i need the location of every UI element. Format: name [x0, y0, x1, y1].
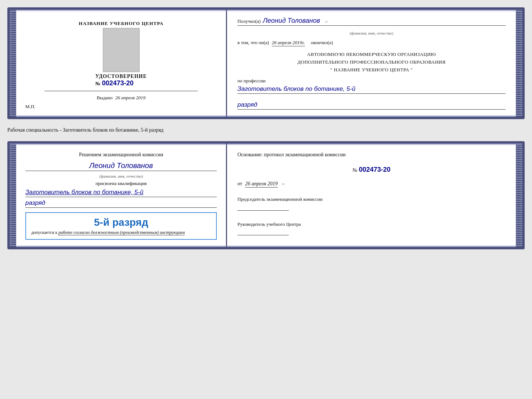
completed-line: в том, что он(а) 26 апреля 2019г. окончи… — [237, 40, 506, 46]
cert-title: УДОСТОВЕРЕНИЕ — [95, 74, 147, 79]
photo-placeholder — [103, 28, 140, 72]
stamp-rank-large: 5-й разряд — [31, 217, 211, 228]
protocol-number: 002473-20 — [359, 166, 391, 174]
left-decoration — [10, 10, 16, 117]
basis-label: Основание: протокол экзаменационной коми… — [237, 151, 506, 158]
top-card-right: Получил(а) Леонид Толованов – (фамилия, … — [227, 10, 516, 117]
cert-number-top: 002473-20 — [102, 79, 134, 87]
mp-label: М.П. — [25, 104, 35, 110]
qualification-label: присвоена квалификация — [25, 181, 217, 186]
bottom-certificate-card: Решением экзаменационной комиссии Леонид… — [7, 141, 525, 249]
decision-text: Решением экзаменационной комиссии — [25, 151, 217, 159]
issued-line: Выдано 26 апреля 2019 — [97, 95, 145, 101]
right-deco-bottom: – – – – и ь а – – – – — [517, 143, 520, 247]
org-line3: " НАЗВАНИЕ УЧЕБНОГО ЦЕНТРА " — [237, 66, 506, 74]
date-from-label: от — [237, 181, 242, 187]
person-name-bottom: Леонид Толованов — [25, 161, 217, 171]
fio-label-bottom: (фамилия, имя, отчество) — [25, 174, 217, 178]
chairman-signature-line — [237, 210, 289, 211]
received-label: Получил(а) — [237, 18, 260, 24]
profession-value-bottom: Заготовитель блоков по ботанике, 5-й — [25, 189, 217, 197]
left-decoration-bottom — [10, 143, 16, 247]
cert-title-block: УДОСТОВЕРЕНИЕ № 002473-20 — [95, 74, 147, 87]
rank-value-bottom: разряд — [25, 199, 217, 208]
fio-label-top: (фамилия, имя, отчество) — [237, 31, 506, 35]
school-name-top: НАЗВАНИЕ УЧЕБНОГО ЦЕНТРА — [79, 21, 163, 26]
received-block: Получил(а) Леонид Толованов – — [237, 17, 506, 26]
protocol-number-block: № 002473-20 — [237, 163, 506, 177]
top-certificate-card: НАЗВАНИЕ УЧЕБНОГО ЦЕНТРА УДОСТОВЕРЕНИЕ №… — [7, 7, 525, 119]
chairman-label: Председатель экзаменационной комиссии — [237, 196, 506, 203]
protocol-date-block: от 26 апреля 2019 – — [237, 181, 506, 188]
bottom-card-right: Основание: протокол экзаменационной коми… — [227, 143, 516, 247]
completed-label: окончил(а) — [311, 40, 333, 46]
separator-label: Рабочая специальность - Заготовитель бло… — [7, 126, 525, 135]
protocol-prefix: № — [352, 167, 357, 173]
profession-value-top: Заготовитель блоков по ботанике, 5-й — [237, 85, 506, 94]
org-block: АВТОНОМНУЮ НЕКОММЕРЧЕСКУЮ ОРГАНИЗАЦИЮ ДО… — [237, 51, 506, 74]
profession-section-top: по профессии Заготовитель блоков по бота… — [237, 78, 506, 94]
stamp-instruction: работе согласно должностным (производств… — [58, 230, 185, 235]
page-wrapper: НАЗВАНИЕ УЧЕБНОГО ЦЕНТРА УДОСТОВЕРЕНИЕ №… — [7, 7, 525, 249]
completed-part-label: в том, что он(а) — [237, 40, 269, 46]
chairman-section: Председатель экзаменационной комиссии — [237, 196, 506, 213]
director-section: Руководитель учебного Центра — [237, 221, 506, 238]
org-line1: АВТОНОМНУЮ НЕКОММЕРЧЕСКУЮ ОРГАНИЗАЦИЮ — [237, 51, 506, 58]
bottom-card-left: Решением экзаменационной комиссии Леонид… — [16, 143, 227, 247]
top-card-left: НАЗВАНИЕ УЧЕБНОГО ЦЕНТРА УДОСТОВЕРЕНИЕ №… — [16, 10, 227, 117]
rank-value-top: разряд — [237, 101, 506, 110]
org-line2: ДОПОЛНИТЕЛЬНОГО ПРОФЕССИОНАЛЬНОГО ОБРАЗО… — [237, 58, 506, 66]
dash-symbol: – — [325, 18, 328, 24]
cert-number-prefix: № — [95, 81, 100, 87]
protocol-date-val: 26 апреля 2019 — [245, 181, 277, 188]
recipient-name-top: Леонид Толованов — [263, 17, 320, 25]
issued-label: Выдано — [97, 95, 112, 100]
profession-label-top: по профессии — [237, 78, 506, 84]
issued-date: 26 апреля 2019 — [115, 95, 145, 100]
right-deco-top: – – – и ь а – — [517, 10, 520, 117]
stamp-allowed: допускается к работе согласно должностны… — [31, 230, 211, 235]
director-label: Руководитель учебного Центра — [237, 221, 506, 228]
stamp-box: 5-й разряд допускается к работе согласно… — [25, 212, 217, 240]
completed-date: 26 апреля 2019г. — [272, 40, 305, 46]
director-signature-line — [237, 235, 289, 235]
